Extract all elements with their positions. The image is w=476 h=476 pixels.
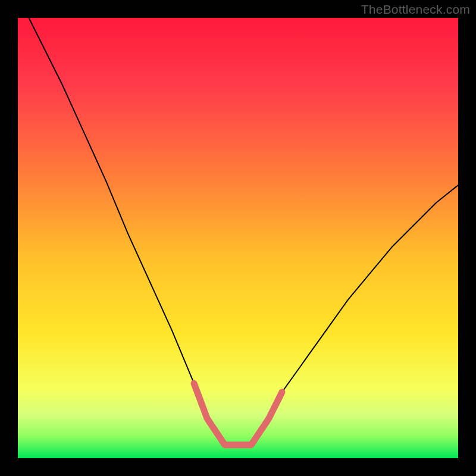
- bottleneck-chart: [0, 0, 476, 476]
- chart-frame: TheBottleneck.com: [0, 0, 476, 476]
- watermark-text: TheBottleneck.com: [361, 2, 470, 17]
- gradient-background: [18, 18, 458, 458]
